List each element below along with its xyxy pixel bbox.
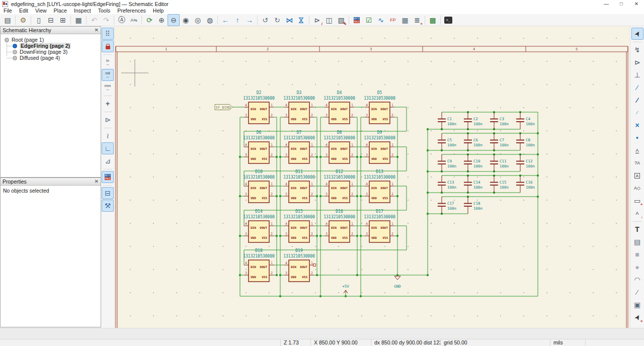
power-symbol-gnd[interactable]: GND — [394, 276, 401, 289]
cursor-shape-button[interactable]: + — [102, 98, 114, 110]
symbol-fields-table-button[interactable]: ▦ — [399, 14, 411, 26]
assign-footprints-button[interactable]: FP — [387, 14, 399, 26]
refresh-button[interactable]: ⟳ — [143, 14, 155, 26]
symbol-C7[interactable]: C7100n — [490, 133, 509, 150]
symbol-D4[interactable]: DINDOUTVDDVSS4312D41313210530000 — [324, 91, 355, 124]
schematic-drawing[interactable]: 12345DINDOUTVDDVSS4312D21313210530000DIN… — [115, 26, 630, 328]
add-power-symbol-button[interactable]: ⊥ — [631, 69, 643, 81]
symbol-C14[interactable]: C14100n — [464, 176, 482, 193]
symbol-D15[interactable]: DINDOUTVDDVSS4312D151313210530000 — [283, 209, 315, 242]
pcb-editor-button[interactable]: ▩ — [427, 14, 439, 26]
find-replace-button[interactable]: A⇋ — [128, 14, 140, 26]
symbol-C8[interactable]: C8100n — [516, 133, 535, 150]
units-mm-button[interactable]: mm↔ — [102, 81, 114, 94]
nav-forward-button[interactable]: → — [244, 14, 256, 26]
menu-help[interactable]: Help — [149, 8, 168, 14]
add-textbox-button[interactable]: ▤ — [631, 236, 643, 248]
symbol-C6[interactable]: C6100n — [464, 133, 482, 150]
properties-panel-titlebar[interactable]: Properties ✕ — [1, 178, 101, 186]
symbol-D3[interactable]: DINDOUTVDDVSS4312D31313210530000 — [283, 91, 315, 124]
annotate-button[interactable]: R??R42 — [351, 14, 363, 26]
wires-45-degree-button[interactable]: ⊿ — [102, 155, 114, 167]
nav-back-button[interactable]: ← — [219, 14, 231, 26]
symbol-C11[interactable]: C11100n — [490, 154, 509, 171]
add-hierarchical-label-button[interactable]: A◇ — [631, 182, 643, 194]
redo-button[interactable]: ↷ — [100, 14, 112, 26]
hierarchical-label-ef-dind[interactable]: EF_DIND — [215, 105, 232, 110]
add-line-button[interactable]: ∕ — [631, 286, 643, 298]
nav-up-button[interactable]: ↑ — [231, 14, 244, 26]
show-hidden-pins-button[interactable]: ⊳ — [102, 114, 114, 126]
symbol-D9[interactable]: DINDOUTVDDVSS4312D91313210530000 — [364, 130, 395, 163]
add-netclass-directive-button[interactable]: ?A — [631, 157, 643, 169]
symbol-C4[interactable]: C4100n — [516, 112, 535, 129]
add-global-label-button[interactable]: A — [631, 169, 643, 182]
add-bus-button[interactable]: ∕ — [631, 94, 643, 106]
add-symbol-button[interactable]: ⊳ — [631, 56, 643, 68]
footprint-browser-button[interactable]: ◫ — [323, 14, 335, 26]
add-bus-entry-button[interactable]: ∕ — [631, 107, 643, 119]
hierarchy-navigator-button[interactable]: ⊟ — [102, 187, 114, 199]
add-rectangle-button[interactable]: ■ — [631, 248, 643, 261]
symbol-C5[interactable]: C5100n — [438, 133, 456, 150]
symbol-D16[interactable]: DINDOUTVDDVSS4312D161313210530000 — [324, 209, 355, 242]
zoom-fit-button[interactable]: ◉ — [180, 14, 192, 26]
symbol-C13[interactable]: C13100n — [438, 176, 456, 193]
schematic-setup-button[interactable]: ⚙ — [17, 14, 29, 26]
add-junction-button[interactable]: • — [631, 132, 643, 144]
close-button[interactable]: ✕ — [629, 0, 644, 8]
add-wire-button[interactable]: ∕ — [631, 81, 643, 94]
symbol-C9[interactable]: C9100n — [438, 154, 456, 171]
zoom-objects-button[interactable]: ◎ — [192, 14, 204, 26]
symbol-C3[interactable]: C3100n — [490, 112, 509, 129]
rotate-ccw-button[interactable]: ↺ — [259, 14, 271, 26]
python-console-button[interactable]: >_ — [442, 14, 454, 26]
highlight-net-button[interactable]: ↯ — [631, 44, 643, 56]
symbol-C16[interactable]: C16100n — [516, 176, 535, 193]
print-button[interactable]: ⊟ — [45, 14, 57, 26]
select-tool-button[interactable]: ➤ — [631, 28, 643, 40]
add-circle-button[interactable]: ● — [631, 261, 643, 273]
symbol-D19[interactable]: DINDOUTVDDVSS4312D191313210530000 — [283, 248, 315, 282]
save-button[interactable]: ▤ — [2, 14, 14, 26]
mirror-vertical-button[interactable]: ⋈ — [295, 14, 307, 26]
zoom-in-button[interactable]: ⊕ — [155, 14, 168, 26]
menu-view[interactable]: View — [32, 8, 50, 14]
find-button[interactable]: Ⓐ — [116, 14, 128, 26]
symbol-C17[interactable]: C17100n — [438, 197, 456, 214]
add-net-label-button[interactable]: A — [631, 144, 643, 156]
menu-inspect[interactable]: Inspect — [70, 8, 95, 14]
symbol-D13[interactable]: DINDOUTVDDVSS4312D131313210530000 — [364, 169, 395, 203]
sidebar-item-diffused[interactable]: Diffused (page 4) — [1, 55, 101, 61]
add-arc-button[interactable]: ◠ — [631, 274, 643, 286]
symbol-D18[interactable]: DINDOUTVDDVSS4312D181313210530000 — [243, 248, 275, 282]
symbol-C10[interactable]: C10100n — [464, 154, 482, 171]
menu-tools[interactable]: Tools — [95, 8, 114, 14]
zoom-selection-button[interactable]: ◍ — [204, 14, 216, 26]
zoom-out-button[interactable]: ⊖ — [168, 14, 180, 26]
rotate-cw-button[interactable]: ↻ — [271, 14, 283, 26]
add-text-button[interactable]: T — [631, 223, 643, 235]
simulator-button[interactable]: ∿ — [375, 14, 387, 26]
wires-90-degree-button[interactable]: ∟ — [102, 142, 114, 154]
symbol-D14[interactable]: DINDOUTVDDVSS4312D141313210530000 — [243, 209, 275, 242]
edit-symbols-button[interactable]: ▧✎ — [335, 14, 347, 26]
symbol-editor-button[interactable]: ⊳/ — [311, 14, 323, 26]
symbol-D17[interactable]: DINDOUTVDDVSS4312D171313210530000 — [364, 209, 395, 242]
symbol-D12[interactable]: DINDOUTVDDVSS4312D121313210530000 — [324, 169, 355, 203]
hierarchy-panel-titlebar[interactable]: Schematic Hierarchy ✕ — [1, 27, 101, 34]
symbol-D11[interactable]: DINDOUTVDDVSS4312D111313210530000 — [283, 169, 315, 203]
paste-button[interactable]: ▦ — [72, 14, 85, 26]
sidebar-item-root[interactable]: Root (page 1) — [1, 37, 101, 43]
plot-button[interactable]: ⊞ — [57, 14, 69, 26]
maximize-button[interactable]: □ — [614, 0, 629, 8]
erc-button[interactable]: ☑ — [363, 14, 375, 26]
power-symbol-5v[interactable]: +5V — [342, 284, 349, 293]
menu-preferences[interactable]: Preferences — [114, 8, 149, 14]
symbol-D7[interactable]: DINDOUTVDDVSS4312D71313210530000 — [283, 130, 315, 163]
sidebar-item-edgefiring[interactable]: EdgeFiring (page 2) — [1, 43, 101, 49]
hierarchy-close-icon[interactable]: ✕ — [95, 27, 99, 33]
add-no-connect-button[interactable]: × — [631, 119, 643, 131]
bom-button[interactable]: ≣+ — [411, 14, 423, 26]
symbol-D10[interactable]: DINDOUTVDDVSS4312D101313210530000 — [243, 169, 275, 203]
